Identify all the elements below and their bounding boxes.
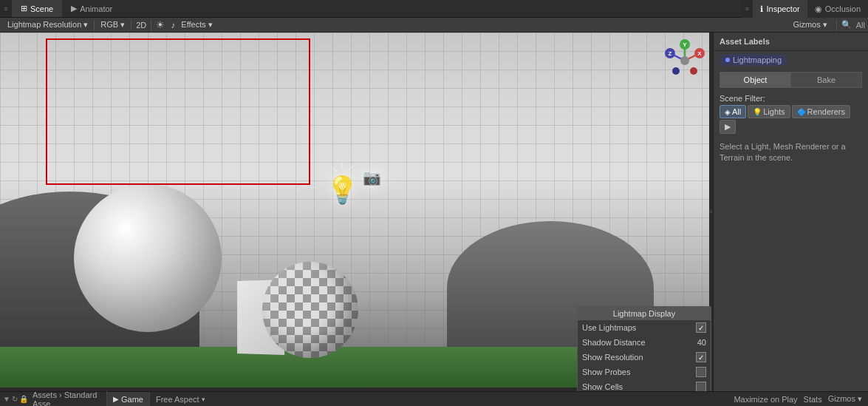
obj-bake-tabs: Object Bake: [720, 72, 862, 88]
show-resolution-label: Show Resolution: [582, 353, 691, 362]
assets-icon-btn2[interactable]: ↻: [12, 395, 18, 403]
lightmap-resolution-label: Lightmap Resolution ▾: [7, 20, 88, 30]
shadow-distance-value: 40: [691, 338, 706, 347]
all-filter-btn[interactable]: ◈ All: [720, 105, 746, 118]
left-drag-handle[interactable]: ≡: [0, 0, 12, 17]
rgb-label: RGB ▾: [100, 20, 125, 29]
free-aspect-selector[interactable]: Free Aspect ▾: [150, 392, 211, 406]
svg-text:Y: Y: [683, 41, 687, 48]
show-cells-checkbox[interactable]: [696, 382, 706, 391]
bake-tab[interactable]: Bake: [791, 72, 861, 87]
gizmos-bottom-label: Gizmos ▾: [828, 394, 862, 403]
occlusion-tab-icon: ◉: [815, 4, 822, 14]
lights-filter-btn[interactable]: 💡 Lights: [748, 105, 790, 118]
inspector-tab[interactable]: ℹ Inspector: [753, 0, 807, 18]
game-tab[interactable]: ▶ Game: [107, 392, 149, 406]
toolbar-sep1: [94, 20, 95, 30]
show-probes-row[interactable]: Show Probes: [578, 365, 711, 379]
use-lightmaps-checkbox[interactable]: ✓: [696, 322, 706, 333]
effects-label: Effects ▾: [181, 20, 212, 29]
occlusion-tab-label: Occlusion: [825, 4, 861, 13]
show-cells-row[interactable]: Show Cells: [578, 379, 711, 391]
show-resolution-checkbox[interactable]: ✓: [696, 352, 706, 362]
show-resolution-row[interactable]: Show Resolution ✓: [578, 350, 711, 365]
scene-viewport[interactable]: │ │ │ ─ ─ 💡 📷: [0, 33, 713, 391]
svg-text:X: X: [697, 50, 702, 57]
stats-label: Stats: [804, 395, 822, 404]
lightmap-display-popup: Lightmap Display Use Lightmaps ✓ Shadow …: [577, 306, 711, 391]
audio-icon-btn[interactable]: ♪: [168, 20, 178, 30]
toolbar-sep4: [836, 20, 837, 30]
svg-text:Z: Z: [669, 50, 672, 57]
search-icon: 🔍: [841, 20, 852, 30]
drag-handle-right[interactable]: ≡: [741, 0, 753, 18]
animator-tab-label: Animator: [80, 4, 112, 13]
2d-button[interactable]: 2D: [133, 21, 149, 30]
show-probes-checkbox[interactable]: [696, 367, 706, 377]
gizmos-dropdown[interactable]: Gizmos ▾: [788, 20, 831, 30]
lightmap-popup-title: Lightmap Display: [578, 307, 711, 320]
lightmap-resolution-dropdown[interactable]: Lightmap Resolution ▾: [3, 20, 92, 30]
show-probes-label: Show Probes: [582, 368, 691, 376]
maximize-on-play-btn[interactable]: Maximize on Play: [734, 395, 797, 404]
all-label: All: [856, 21, 865, 30]
assets-icon-btn3[interactable]: 🔒: [19, 395, 28, 403]
lightmapping-tag[interactable]: Lightmapping: [720, 54, 787, 66]
scene-tab[interactable]: ⊞ Scene: [12, 0, 62, 17]
shadow-distance-row[interactable]: Shadow Distance 40: [578, 335, 711, 350]
show-cells-label: Show Cells: [582, 382, 691, 391]
assets-label: Assets › Standard Asse...: [33, 390, 103, 407]
lighting-icon-btn[interactable]: ☀: [153, 19, 168, 30]
svg-point-9: [680, 56, 689, 65]
renderers-filter-btn[interactable]: 🔷 Renderers: [792, 105, 850, 118]
free-aspect-label: Free Aspect: [156, 395, 199, 404]
maximize-label: Maximize on Play: [734, 395, 797, 404]
gizmos-bottom-btn[interactable]: Gizmos ▾: [828, 394, 862, 404]
inspector-tab-label: Inspector: [766, 4, 799, 13]
gizmo-widget[interactable]: X Z Y: [663, 38, 707, 83]
rgb-dropdown[interactable]: RGB ▾: [96, 20, 129, 30]
gizmos-label: Gizmos ▾: [793, 20, 827, 30]
animator-tab[interactable]: ▶ Animator: [62, 0, 121, 17]
animator-tab-icon: ▶: [71, 4, 77, 13]
sphere-large: [74, 184, 222, 332]
assets-icon-btn1[interactable]: ▼: [3, 395, 10, 403]
2d-label: 2D: [136, 21, 146, 30]
scene-tab-icon: ⊞: [21, 4, 27, 13]
light-camera-icon: │ │ │ ─ ─ 💡 📷: [326, 175, 359, 206]
asset-labels-header: Asset Labels: [714, 33, 868, 51]
lightmapping-tag-label: Lightmapping: [733, 55, 782, 64]
more-filter-btn[interactable]: ▶: [720, 120, 736, 134]
use-lightmaps-row[interactable]: Use Lightmaps ✓: [578, 320, 711, 335]
free-aspect-arrow: ▾: [202, 396, 205, 403]
scene-filter-label: Scene Filter:: [720, 94, 862, 103]
occlusion-tab[interactable]: ◉ Occlusion: [807, 0, 868, 18]
svg-point-11: [672, 67, 680, 75]
lights-filter-icon: 💡: [753, 108, 762, 116]
use-lightmaps-label: Use Lightmaps: [582, 323, 691, 332]
inspector-info-text: Select a Light, Mesh Renderer or a Terra…: [714, 137, 868, 391]
scene-tab-label: Scene: [30, 4, 53, 13]
toolbar-sep3: [151, 20, 151, 30]
inspector-tab-icon: ℹ: [760, 4, 763, 14]
svg-point-10: [690, 67, 697, 75]
renderers-filter-icon: 🔷: [797, 108, 806, 116]
inspector-panel: Asset Labels Lightmapping Object Bake Sc…: [713, 33, 868, 391]
effects-dropdown[interactable]: Effects ▾: [178, 20, 215, 30]
object-tab[interactable]: Object: [720, 72, 791, 87]
lightmapping-dot: [725, 58, 730, 62]
game-tab-label: Game: [121, 395, 143, 404]
all-filter-icon: ◈: [725, 108, 731, 116]
scene-toolbar: Lightmap Resolution ▾ RGB ▾ 2D ☀ ♪ Effec…: [0, 18, 868, 33]
game-tab-icon: ▶: [113, 395, 119, 403]
shadow-distance-label: Shadow Distance: [582, 338, 687, 347]
stats-btn[interactable]: Stats: [804, 395, 822, 404]
toolbar-sep2: [131, 20, 131, 30]
scene-filter-section: Scene Filter: ◈ All 💡 Lights 🔷 Renderers…: [714, 91, 868, 137]
sphere-checker: [262, 262, 358, 358]
